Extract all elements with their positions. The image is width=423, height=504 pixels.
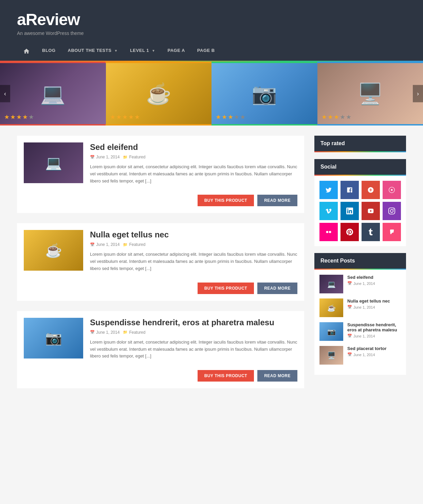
vimeo-icon (325, 208, 332, 214)
article-3-meta: 📅 June 1, 2014 📁 Featured (90, 330, 297, 335)
folder-icon: 📁 (123, 155, 128, 159)
article-1-thumbnail: 💻 (24, 142, 83, 183)
dribbble-button[interactable] (383, 181, 401, 199)
nav-level1-arrow: ▼ (152, 49, 155, 53)
tumblr-button[interactable] (362, 223, 380, 241)
article-2-meta: 📅 June 1, 2014 📁 Featured (90, 242, 297, 247)
nav-about-link[interactable]: ABOUT THE TESTS ▼ (62, 43, 124, 58)
article-1-buy-button[interactable]: BUY THIS PRODUCT (198, 195, 254, 206)
site-header: aReview An awesome WordPress theme (0, 0, 423, 43)
recent-post-1-date: 📅 June 1, 2014 (347, 281, 375, 286)
article-2-excerpt: Lorem ipsum dolor sit amet, consectetur … (90, 251, 297, 272)
article-3-meta-group: Suspendisse hendrerit, eros at pharetra … (90, 318, 297, 360)
article-1-title: Sed eleifend (90, 142, 297, 152)
site-title: aReview (17, 10, 406, 29)
slider-prev-button[interactable]: ‹ (0, 85, 10, 102)
recent-post-3-title: Suspendisse hendrerit, eros at pharetra … (347, 322, 401, 332)
recent-post-1: 💻 Sed eleifend 📅 June 1, 2014 (319, 275, 401, 293)
recent-posts-header: Recent Posts (314, 253, 406, 270)
article-3-read-button[interactable]: READ MORE (257, 370, 297, 382)
pinterest-button[interactable] (341, 223, 359, 241)
home-icon (23, 48, 30, 55)
slide-2-stars: ★ ★ ★ ★ ★ (110, 113, 140, 121)
flickr-button[interactable] (319, 223, 338, 241)
recent-post-2-thumb: ☕ (319, 298, 343, 317)
recent-posts-widget: Recent Posts 💻 Sed eleifend 📅 June 1, 20… (314, 253, 406, 375)
slide-4-stars: ★ ★ ★ ★ ★ (321, 113, 351, 121)
slider-section: ‹ 💻 ★ ★ ★ ★ ★ ☕ ★ ★ ★ ★ ★ (0, 63, 423, 124)
main-wrapper: 💻 Sed eleifend 📅 June 1, 2014 📁 Featured (0, 125, 423, 409)
article-1-excerpt: Lorem ipsum dolor sit amet, consectetur … (90, 163, 297, 185)
recent-post-1-info: Sed eleifend 📅 June 1, 2014 (347, 275, 375, 286)
nav-about-arrow: ▼ (114, 49, 118, 53)
calendar-icon-rp4: 📅 (347, 352, 352, 357)
vimeo-button[interactable] (319, 202, 338, 220)
article-2-category-link[interactable]: Featured (129, 242, 145, 247)
article-3-actions: BUY THIS PRODUCT READ MORE (24, 370, 297, 382)
recent-post-1-thumb: 💻 (319, 275, 343, 293)
article-2-top: ☕ Nulla eget tellus nec 📅 June 1, 2014 📁… (24, 230, 297, 272)
slide-1-stars: ★ ★ ★ ★ ★ (4, 113, 34, 121)
article-1-read-button[interactable]: READ MORE (257, 195, 297, 206)
nav-pagea-link[interactable]: PAGE A (161, 43, 191, 58)
twitter-icon (325, 187, 332, 193)
recent-post-2-date: 📅 June 1, 2014 (347, 305, 390, 309)
nav-home-link[interactable] (17, 43, 36, 61)
recent-post-4-thumb: 🖥️ (319, 346, 343, 365)
article-2-meta-group: Nulla eget tellus nec 📅 June 1, 2014 📁 F… (90, 230, 297, 272)
svg-point-1 (391, 189, 393, 191)
article-1: 💻 Sed eleifend 📅 June 1, 2014 📁 Featured (17, 136, 304, 213)
article-3-top: 📷 Suspendisse hendrerit, eros at pharetr… (24, 318, 297, 360)
slider-next-button[interactable]: › (413, 85, 423, 102)
google-plus-icon (367, 187, 374, 193)
instagram-button[interactable] (383, 202, 401, 220)
recent-post-4-title: Sed placerat tortor (347, 346, 387, 351)
article-1-meta-group: Sed eleifend 📅 June 1, 2014 📁 Featured L… (90, 142, 297, 185)
article-1-meta: 📅 June 1, 2014 📁 Featured (90, 155, 297, 159)
social-header: Social (314, 159, 406, 176)
article-2-actions: BUY THIS PRODUCT READ MORE (24, 283, 297, 294)
youtube-button[interactable] (362, 202, 380, 220)
slider-items: 💻 ★ ★ ★ ★ ★ ☕ ★ ★ ★ ★ ★ � (0, 63, 423, 124)
nav-blog-link[interactable]: BLOG (36, 43, 62, 58)
google-plus-button[interactable] (362, 181, 380, 199)
article-3-thumbnail: 📷 (24, 318, 83, 358)
calendar-icon-rp2: 📅 (347, 305, 352, 309)
recent-post-3: 📷 Suspendisse hendrerit, eros at pharetr… (319, 322, 401, 341)
folder-icon-3: 📁 (123, 330, 128, 334)
nav-pageb-link[interactable]: PAGE B (191, 43, 221, 58)
calendar-icon-rp3: 📅 (347, 334, 352, 338)
svg-point-2 (326, 231, 329, 233)
top-rated-widget: Top rated (314, 136, 406, 152)
linkedin-button[interactable] (341, 202, 359, 220)
calendar-icon-rp1: 📅 (347, 281, 352, 286)
article-3-title: Suspendisse hendrerit, eros at pharetra … (90, 318, 297, 327)
top-rated-header: Top rated (314, 136, 406, 152)
twitter-button[interactable] (319, 181, 338, 199)
article-2-buy-button[interactable]: BUY THIS PRODUCT (198, 283, 254, 294)
facebook-button[interactable] (341, 181, 359, 199)
social-grid (319, 181, 401, 241)
recent-post-3-date: 📅 June 1, 2014 (347, 334, 401, 338)
recent-post-4: 🖥️ Sed placerat tortor 📅 June 1, 2014 (319, 346, 401, 365)
flickr-icon (325, 229, 332, 235)
facebook-icon (346, 187, 353, 193)
foursquare-icon (388, 229, 395, 235)
recent-posts-content: 💻 Sed eleifend 📅 June 1, 2014 ☕ (314, 270, 406, 375)
article-3-buy-button[interactable]: BUY THIS PRODUCT (198, 370, 254, 382)
foursquare-button[interactable] (383, 223, 401, 241)
recent-post-3-thumb: 📷 (319, 322, 343, 341)
nav-level1-link[interactable]: LEVEL 1 ▼ (124, 43, 162, 58)
article-1-category-link[interactable]: Featured (129, 155, 145, 159)
recent-post-2: ☕ Nulla eget tellus nec 📅 June 1, 2014 (319, 298, 401, 317)
article-3-category-link[interactable]: Featured (129, 330, 145, 335)
recent-post-2-title: Nulla eget tellus nec (347, 298, 390, 304)
youtube-icon (367, 208, 374, 214)
slide-4: 🖥️ ★ ★ ★ ★ ★ (317, 63, 423, 124)
slide-1: 💻 ★ ★ ★ ★ ★ (0, 63, 106, 124)
article-2-read-button[interactable]: READ MORE (257, 283, 297, 294)
slide-3-stars: ★ ★ ★ ★ ★ (216, 113, 245, 121)
recent-post-1-title: Sed eleifend (347, 275, 375, 280)
article-1-actions: BUY THIS PRODUCT READ MORE (24, 195, 297, 206)
instagram-icon (388, 208, 395, 214)
